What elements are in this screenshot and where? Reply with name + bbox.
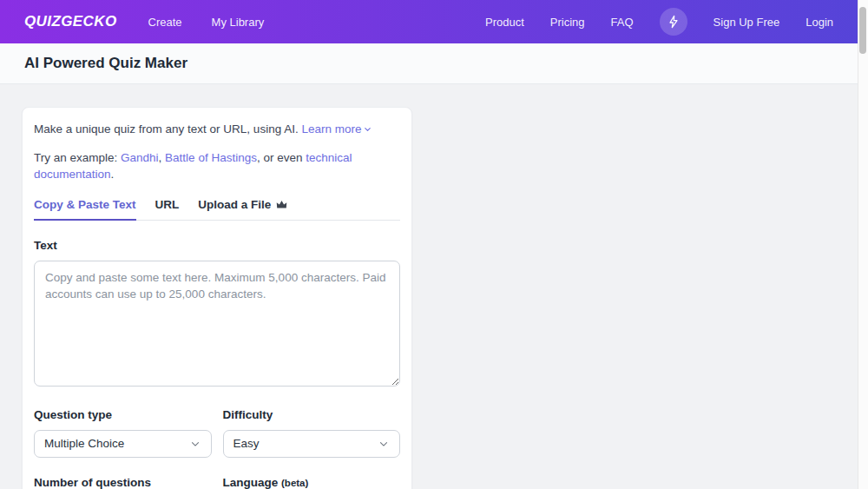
form-row-count-language: Number of questions Language (beta) — [34, 476, 400, 489]
learn-more-link[interactable]: Learn more — [301, 122, 372, 135]
brand-logo[interactable]: QUIZGECKO — [24, 13, 117, 30]
scrollbar-thumb[interactable] — [859, 7, 866, 54]
chevron-down-icon — [189, 438, 201, 450]
form-row-type-difficulty: Question type Multiple Choice Difficulty… — [34, 408, 400, 458]
quiz-text-input[interactable] — [34, 261, 400, 387]
lightning-bolt-icon — [667, 15, 681, 29]
nav-pricing[interactable]: Pricing — [550, 16, 585, 29]
example-prefix: Try an example: — [34, 151, 121, 164]
example-link-gandhi[interactable]: Gandhi — [121, 151, 159, 164]
chevron-down-icon — [378, 438, 390, 450]
difficulty-value: Easy — [233, 437, 260, 450]
page-header: AI Powered Quiz Maker — [0, 43, 868, 84]
nav-my-library[interactable]: My Library — [212, 16, 265, 29]
nav-right-group: Product Pricing FAQ Sign Up Free Login — [485, 8, 833, 36]
question-type-value: Multiple Choice — [44, 437, 124, 450]
language-beta-tag: (beta) — [281, 478, 308, 488]
source-tabs: Copy & Paste Text URL Upload a File — [34, 198, 400, 221]
nav-create[interactable]: Create — [148, 16, 182, 29]
difficulty-label: Difficulty — [223, 408, 401, 421]
difficulty-select[interactable]: Easy — [223, 430, 401, 458]
nav-sign-up-free[interactable]: Sign Up Free — [713, 16, 780, 29]
language-label: Language (beta) — [223, 476, 401, 489]
browser-scrollbar[interactable] — [858, 0, 868, 489]
page-title: AI Powered Quiz Maker — [24, 55, 187, 72]
num-questions-field: Number of questions — [34, 476, 212, 489]
tab-copy-paste-text[interactable]: Copy & Paste Text — [34, 198, 136, 221]
nav-product[interactable]: Product — [485, 16, 524, 29]
chevron-down-icon — [363, 123, 372, 136]
question-type-field: Question type Multiple Choice — [34, 408, 212, 458]
top-navbar: QUIZGECKO Create My Library Product Pric… — [0, 0, 868, 43]
tab-upload-a-file[interactable]: Upload a File — [198, 198, 287, 221]
upgrade-bolt-button[interactable] — [660, 8, 687, 36]
example-link-battle-of-hastings[interactable]: Battle of Hastings — [165, 151, 257, 164]
example-line: Try an example: Gandhi, Battle of Hastin… — [34, 149, 400, 183]
text-field-label: Text — [34, 239, 400, 252]
nav-login[interactable]: Login — [806, 16, 833, 29]
language-field: Language (beta) — [223, 476, 401, 489]
difficulty-field: Difficulty Easy — [223, 408, 401, 458]
num-questions-label: Number of questions — [34, 476, 212, 489]
question-type-label: Question type — [34, 408, 212, 421]
crown-icon — [276, 200, 287, 209]
quiz-maker-card: Make a unique quiz from any text or URL,… — [22, 107, 412, 489]
intro-line: Make a unique quiz from any text or URL,… — [34, 121, 400, 139]
nav-left-group: Create My Library — [148, 16, 265, 29]
nav-faq[interactable]: FAQ — [611, 16, 634, 29]
question-type-select[interactable]: Multiple Choice — [34, 430, 212, 458]
tab-url[interactable]: URL — [155, 198, 180, 221]
intro-text: Make a unique quiz from any text or URL,… — [34, 122, 299, 135]
